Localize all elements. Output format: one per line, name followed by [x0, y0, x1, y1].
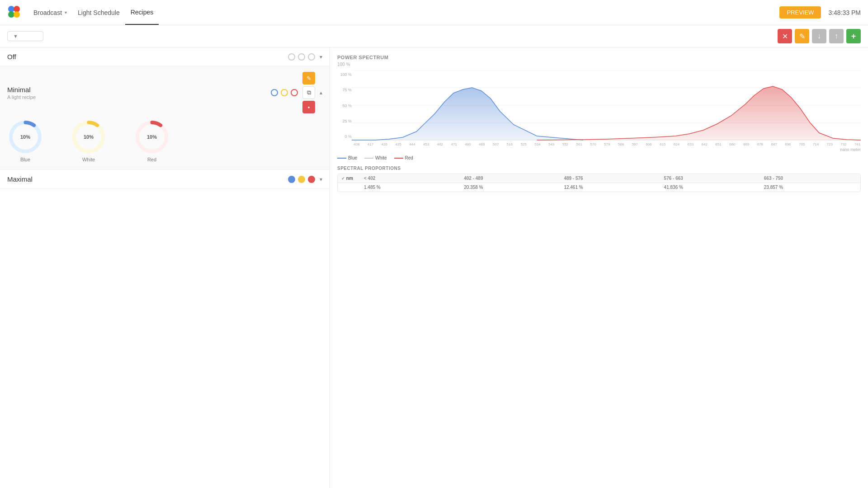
spectral-col-663-750: 663 - 750 — [760, 174, 860, 183]
xl-732: 732 — [840, 142, 846, 146]
spectral-val-nm — [338, 183, 360, 192]
maximal-chevron[interactable]: ▾ — [320, 176, 322, 183]
xl-516: 516 — [507, 142, 513, 146]
spectral-val-576-663: 41.836 % — [660, 183, 760, 192]
xl-687: 687 — [771, 142, 777, 146]
maximal-dots — [288, 176, 315, 183]
spectral-title: SPECTRAL PROPORTIONS — [337, 166, 861, 171]
xl-570: 570 — [590, 142, 596, 146]
off-chevron[interactable]: ▾ — [320, 54, 322, 60]
filter-icon: ▼ — [13, 33, 18, 39]
download-button[interactable]: ↓ — [812, 29, 826, 43]
spectral-nm-header: ✓ nm — [338, 174, 360, 183]
spectral-header-row: ✓ nm < 402 402 - 489 489 - 576 576 - 663… — [338, 174, 860, 183]
off-dot-2 — [298, 53, 305, 61]
xl-579: 579 — [604, 142, 610, 146]
recipe-header-maximal[interactable]: Maximal ▾ — [0, 170, 330, 188]
recipe-header-off[interactable]: Off ▾ — [0, 47, 330, 66]
chart-wrapper: 100 % 75 % 50 % 25 % 0 % — [337, 70, 861, 141]
gauge-red-label: Red — [147, 157, 156, 162]
filter-select[interactable]: ▼ — [7, 31, 43, 41]
off-dot-1 — [288, 53, 295, 61]
xl-471: 471 — [451, 142, 457, 146]
spectrum-panel: POWER SPECTRUM 100 % 100 % 75 % 50 % 25 … — [330, 47, 868, 488]
xl-741: 741 — [854, 142, 860, 146]
copy-recipe-button[interactable]: ⧉ — [302, 86, 315, 99]
recipe-body-minimal: 10% Blue 10% — [0, 115, 330, 169]
gauge-white-text: 10% — [84, 134, 94, 140]
nano-meter-label: nano meter — [337, 147, 861, 152]
maximal-dot-yellow — [298, 176, 305, 183]
gauge-white-label: White — [82, 157, 95, 162]
maximal-dot-blue — [288, 176, 295, 183]
xl-696: 696 — [785, 142, 791, 146]
legend-blue-line — [337, 158, 346, 159]
xl-624: 624 — [674, 142, 679, 146]
spectral-col-402-489: 402 - 489 — [460, 174, 560, 183]
xl-606: 606 — [646, 142, 651, 146]
minimal-dot-yellow — [281, 89, 288, 96]
y-label-100: 100 % — [337, 72, 352, 77]
xl-633: 633 — [688, 142, 693, 146]
gauge-blue-text: 10% — [20, 134, 30, 140]
y-label-0: 0 % — [337, 134, 352, 139]
minimal-dot-red — [291, 89, 298, 96]
toolbar-buttons: ✕ ✎ ↓ ↑ + — [778, 29, 861, 43]
nav-broadcast[interactable]: Broadcast ▾ — [28, 0, 72, 25]
add-button[interactable]: + — [846, 29, 861, 43]
spectrum-title: POWER SPECTRUM — [337, 55, 861, 60]
chart-inner — [352, 70, 861, 141]
off-dot-3 — [308, 53, 315, 61]
y-label-75: 75 % — [337, 88, 352, 92]
xl-651: 651 — [715, 142, 721, 146]
gauge-red: 10% Red — [134, 119, 170, 162]
main-content: ▼ ✕ ✎ ↓ ↑ + Off — [0, 25, 868, 488]
svg-point-3 — [14, 11, 20, 18]
spectral-proportions: SPECTRAL PROPORTIONS ✓ nm < 402 402 - 48… — [337, 166, 861, 192]
xl-462: 462 — [437, 142, 443, 146]
recipe-item-off: Off ▾ — [0, 47, 330, 66]
time-display: 3:48:33 PM — [828, 9, 861, 16]
spectral-val-402-489: 20.358 % — [460, 183, 560, 192]
gauge-blue-label: Blue — [20, 157, 30, 162]
xl-507: 507 — [493, 142, 499, 146]
preview-button[interactable]: PREVIEW — [779, 6, 821, 19]
xl-480: 480 — [465, 142, 471, 146]
spectral-col-576-663: 576 - 663 — [660, 174, 760, 183]
gauge-red-container: 10% — [134, 119, 170, 155]
spectral-values-row: 1.485 % 20.358 % 12.461 % 41.836 % 23.85… — [338, 183, 860, 192]
xl-525: 525 — [520, 142, 526, 146]
chart-svg — [352, 70, 861, 141]
xl-534: 534 — [534, 142, 540, 146]
minimal-dots — [271, 89, 298, 96]
delete-recipe-button[interactable]: ▪ — [302, 101, 315, 113]
spectrum-subtitle: 100 % — [337, 62, 861, 67]
minimal-chevron[interactable]: ▴ — [320, 89, 322, 96]
legend-blue: Blue — [337, 155, 357, 160]
upload-button[interactable]: ↑ — [829, 29, 844, 43]
xl-417: 417 — [368, 142, 373, 146]
edit-button[interactable]: ✎ — [795, 29, 809, 43]
xl-723: 723 — [827, 142, 833, 146]
recipe-title-off: Off — [7, 53, 16, 61]
delete-button[interactable]: ✕ — [778, 29, 792, 43]
nav-light-schedule[interactable]: Light Schedule — [72, 0, 125, 25]
spectral-col-489-576: 489 - 576 — [560, 174, 660, 183]
legend-white-line — [364, 158, 373, 159]
edit-recipe-button[interactable]: ✎ — [302, 72, 315, 84]
nav-recipes[interactable]: Recipes — [125, 0, 159, 25]
header-right: PREVIEW 3:48:33 PM — [779, 6, 861, 19]
xl-597: 597 — [632, 142, 638, 146]
spectral-val-489-576: 12.461 % — [560, 183, 660, 192]
recipe-list: Off ▾ Minimal A light recipe — [0, 47, 330, 488]
xl-408: 408 — [354, 142, 359, 146]
maximal-dot-red — [308, 176, 315, 183]
toolbar: ▼ ✕ ✎ ↓ ↑ + — [0, 25, 868, 47]
svg-point-1 — [14, 6, 20, 12]
xl-426: 426 — [382, 142, 387, 146]
legend-red: Red — [394, 155, 413, 160]
xl-678: 678 — [757, 142, 763, 146]
x-axis: 408 417 426 435 444 453 462 471 480 489 … — [354, 142, 861, 146]
recipe-header-minimal[interactable]: Minimal A light recipe ✎ ⧉ ▪ ▴ — [0, 66, 330, 115]
gauge-white: 10% White — [71, 119, 107, 162]
